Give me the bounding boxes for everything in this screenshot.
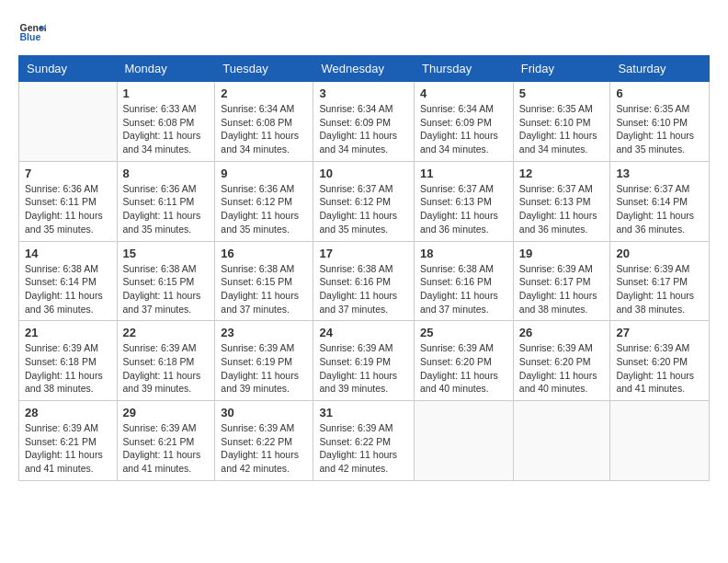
day-info: Sunrise: 6:39 AM Sunset: 6:17 PM Dayligh… — [616, 262, 703, 316]
calendar-cell: 22Sunrise: 6:39 AM Sunset: 6:18 PM Dayli… — [117, 321, 215, 401]
day-of-week-header: Tuesday — [215, 56, 313, 82]
day-info: Sunrise: 6:37 AM Sunset: 6:14 PM Dayligh… — [616, 182, 703, 236]
day-info: Sunrise: 6:37 AM Sunset: 6:12 PM Dayligh… — [319, 182, 408, 236]
day-info: Sunrise: 6:39 AM Sunset: 6:20 PM Dayligh… — [420, 341, 507, 396]
day-number: 7 — [25, 167, 111, 180]
day-number: 22 — [123, 326, 210, 339]
day-number: 11 — [420, 167, 507, 180]
day-info: Sunrise: 6:39 AM Sunset: 6:21 PM Dayligh… — [25, 421, 111, 476]
calendar-cell: 31Sunrise: 6:39 AM Sunset: 6:22 PM Dayli… — [313, 401, 415, 481]
day-info: Sunrise: 6:39 AM Sunset: 6:17 PM Dayligh… — [519, 262, 605, 316]
logo: General Blue — [18, 18, 48, 46]
day-number: 16 — [221, 247, 307, 260]
calendar-cell: 4Sunrise: 6:34 AM Sunset: 6:09 PM Daylig… — [415, 82, 514, 162]
day-info: Sunrise: 6:38 AM Sunset: 6:15 PM Dayligh… — [221, 262, 307, 316]
day-number: 5 — [519, 86, 605, 100]
calendar-cell: 28Sunrise: 6:39 AM Sunset: 6:21 PM Dayli… — [19, 401, 118, 481]
day-number: 24 — [319, 326, 408, 339]
calendar-cell: 15Sunrise: 6:38 AM Sunset: 6:15 PM Dayli… — [117, 241, 215, 321]
day-info: Sunrise: 6:39 AM Sunset: 6:18 PM Dayligh… — [25, 341, 111, 396]
day-info: Sunrise: 6:39 AM Sunset: 6:20 PM Dayligh… — [616, 341, 703, 396]
day-number: 8 — [123, 167, 210, 180]
day-of-week-header: Wednesday — [313, 56, 415, 82]
calendar-cell — [610, 401, 710, 481]
day-number: 29 — [123, 406, 210, 419]
day-number: 18 — [420, 247, 507, 260]
day-of-week-header: Saturday — [610, 56, 710, 82]
calendar-cell — [19, 82, 118, 162]
day-number: 15 — [123, 247, 210, 260]
calendar-cell: 12Sunrise: 6:37 AM Sunset: 6:13 PM Dayli… — [513, 161, 610, 241]
day-number: 6 — [616, 86, 703, 100]
day-of-week-header: Sunday — [19, 56, 118, 82]
day-number: 14 — [25, 247, 111, 260]
day-info: Sunrise: 6:38 AM Sunset: 6:16 PM Dayligh… — [420, 262, 507, 316]
calendar-cell: 8Sunrise: 6:36 AM Sunset: 6:11 PM Daylig… — [117, 161, 215, 241]
day-number: 13 — [616, 167, 703, 180]
calendar-cell: 26Sunrise: 6:39 AM Sunset: 6:20 PM Dayli… — [513, 321, 610, 401]
calendar-cell: 9Sunrise: 6:36 AM Sunset: 6:12 PM Daylig… — [215, 161, 313, 241]
day-info: Sunrise: 6:36 AM Sunset: 6:11 PM Dayligh… — [123, 182, 210, 236]
day-number: 4 — [420, 86, 507, 100]
day-info: Sunrise: 6:39 AM Sunset: 6:21 PM Dayligh… — [123, 421, 210, 476]
day-of-week-header: Thursday — [415, 56, 514, 82]
day-of-week-header: Monday — [117, 56, 215, 82]
day-info: Sunrise: 6:34 AM Sunset: 6:09 PM Dayligh… — [420, 102, 507, 156]
calendar-cell: 25Sunrise: 6:39 AM Sunset: 6:20 PM Dayli… — [415, 321, 514, 401]
day-info: Sunrise: 6:39 AM Sunset: 6:19 PM Dayligh… — [319, 341, 408, 396]
day-info: Sunrise: 6:38 AM Sunset: 6:14 PM Dayligh… — [25, 262, 111, 316]
day-info: Sunrise: 6:36 AM Sunset: 6:12 PM Dayligh… — [221, 182, 307, 236]
calendar-cell: 2Sunrise: 6:34 AM Sunset: 6:08 PM Daylig… — [215, 82, 313, 162]
day-number: 3 — [319, 86, 408, 100]
day-info: Sunrise: 6:39 AM Sunset: 6:19 PM Dayligh… — [221, 341, 307, 396]
day-number: 17 — [319, 247, 408, 260]
calendar-cell: 23Sunrise: 6:39 AM Sunset: 6:19 PM Dayli… — [215, 321, 313, 401]
day-number: 25 — [420, 326, 507, 339]
day-number: 20 — [616, 247, 703, 260]
calendar-cell: 7Sunrise: 6:36 AM Sunset: 6:11 PM Daylig… — [19, 161, 118, 241]
calendar-table: SundayMondayTuesdayWednesdayThursdayFrid… — [18, 55, 710, 481]
day-info: Sunrise: 6:39 AM Sunset: 6:22 PM Dayligh… — [221, 421, 307, 476]
calendar-cell: 10Sunrise: 6:37 AM Sunset: 6:12 PM Dayli… — [313, 161, 415, 241]
calendar-cell: 1Sunrise: 6:33 AM Sunset: 6:08 PM Daylig… — [117, 82, 215, 162]
calendar-cell — [513, 401, 610, 481]
calendar-cell: 6Sunrise: 6:35 AM Sunset: 6:10 PM Daylig… — [610, 82, 710, 162]
day-number: 2 — [221, 86, 307, 100]
day-info: Sunrise: 6:38 AM Sunset: 6:15 PM Dayligh… — [123, 262, 210, 316]
day-info: Sunrise: 6:35 AM Sunset: 6:10 PM Dayligh… — [616, 102, 703, 156]
day-number: 1 — [123, 86, 210, 100]
calendar-cell: 16Sunrise: 6:38 AM Sunset: 6:15 PM Dayli… — [215, 241, 313, 321]
calendar-cell: 21Sunrise: 6:39 AM Sunset: 6:18 PM Dayli… — [19, 321, 118, 401]
day-info: Sunrise: 6:37 AM Sunset: 6:13 PM Dayligh… — [420, 182, 507, 236]
calendar-cell — [415, 401, 514, 481]
day-number: 10 — [319, 167, 408, 180]
day-number: 19 — [519, 247, 605, 260]
day-number: 12 — [519, 167, 605, 180]
day-number: 21 — [25, 326, 111, 339]
calendar-cell: 27Sunrise: 6:39 AM Sunset: 6:20 PM Dayli… — [610, 321, 710, 401]
calendar-cell: 19Sunrise: 6:39 AM Sunset: 6:17 PM Dayli… — [513, 241, 610, 321]
calendar-cell: 14Sunrise: 6:38 AM Sunset: 6:14 PM Dayli… — [19, 241, 118, 321]
calendar-cell: 5Sunrise: 6:35 AM Sunset: 6:10 PM Daylig… — [513, 82, 610, 162]
day-number: 26 — [519, 326, 605, 339]
day-number: 30 — [221, 406, 307, 419]
calendar-cell: 30Sunrise: 6:39 AM Sunset: 6:22 PM Dayli… — [215, 401, 313, 481]
svg-text:Blue: Blue — [20, 31, 41, 42]
day-info: Sunrise: 6:34 AM Sunset: 6:09 PM Dayligh… — [319, 102, 408, 156]
day-number: 23 — [221, 326, 307, 339]
day-number: 31 — [319, 406, 408, 419]
day-info: Sunrise: 6:39 AM Sunset: 6:22 PM Dayligh… — [319, 421, 408, 476]
calendar-cell: 29Sunrise: 6:39 AM Sunset: 6:21 PM Dayli… — [117, 401, 215, 481]
day-of-week-header: Friday — [513, 56, 610, 82]
header: General Blue — [18, 18, 710, 46]
calendar-cell: 20Sunrise: 6:39 AM Sunset: 6:17 PM Dayli… — [610, 241, 710, 321]
calendar-cell: 11Sunrise: 6:37 AM Sunset: 6:13 PM Dayli… — [415, 161, 514, 241]
day-info: Sunrise: 6:36 AM Sunset: 6:11 PM Dayligh… — [25, 182, 111, 236]
day-number: 27 — [616, 326, 703, 339]
day-info: Sunrise: 6:38 AM Sunset: 6:16 PM Dayligh… — [319, 262, 408, 316]
day-number: 28 — [25, 406, 111, 419]
day-info: Sunrise: 6:39 AM Sunset: 6:18 PM Dayligh… — [123, 341, 210, 396]
calendar-cell: 24Sunrise: 6:39 AM Sunset: 6:19 PM Dayli… — [313, 321, 415, 401]
calendar-cell: 13Sunrise: 6:37 AM Sunset: 6:14 PM Dayli… — [610, 161, 710, 241]
day-info: Sunrise: 6:35 AM Sunset: 6:10 PM Dayligh… — [519, 102, 605, 156]
